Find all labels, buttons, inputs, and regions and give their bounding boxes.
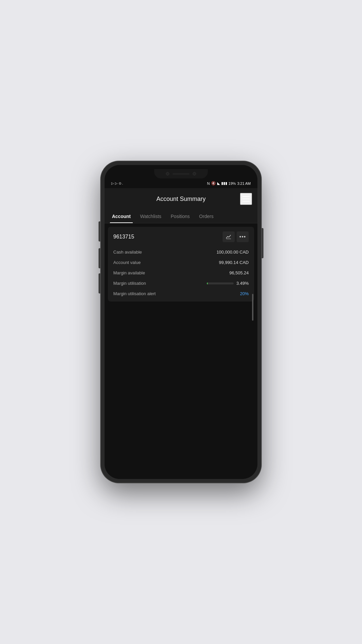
margin-utilisation-alert-value[interactable]: 20% <box>240 291 249 296</box>
more-options-icon: ••• <box>239 234 246 240</box>
tabs-bar: Account Watchlists Positions Orders <box>105 210 257 223</box>
nfc-icon: N <box>207 181 210 185</box>
tab-account[interactable]: Account <box>107 210 135 223</box>
face-sensor <box>193 172 196 175</box>
margin-utilisation-alert-label: Margin utilisation alert <box>113 291 156 296</box>
margin-utilisation-alert-row: Margin utilisation alert 20% <box>108 288 254 299</box>
phone-frame: ▷ ▷ ⊙ . N 🔇 ◣ ▮▮▮ 19% 3:21 AM Account Su… <box>101 161 261 483</box>
wifi-icon: ◣ <box>217 181 220 185</box>
page-title: Account Summary <box>122 196 240 203</box>
cash-available-row: Cash available 100,000.00 CAD <box>108 247 254 257</box>
margin-progress-fill <box>207 282 208 284</box>
signal-bars: ▮▮▮ <box>221 181 227 185</box>
margin-available-value: 96,505.24 <box>229 270 249 275</box>
status-right-icons: N 🔇 ◣ ▮▮▮ 19% 3:21 AM <box>207 181 251 185</box>
account-value-row: Account value 99,990.14 CAD <box>108 257 254 268</box>
status-left-icons: ▷ ▷ ⊙ . <box>111 181 123 185</box>
status-bar: ▷ ▷ ⊙ . N 🔇 ◣ ▮▮▮ 19% 3:21 AM <box>105 180 257 188</box>
tab-watchlists[interactable]: Watchlists <box>135 210 166 223</box>
mute-icon: 🔇 <box>211 181 216 185</box>
margin-utilisation-right: 3.49% <box>207 281 249 286</box>
hamburger-line-2 <box>242 199 250 199</box>
tab-positions[interactable]: Positions <box>166 210 194 223</box>
speaker <box>173 173 189 175</box>
account-rows: Cash available 100,000.00 CAD Account va… <box>108 247 254 302</box>
notch-area <box>105 165 257 180</box>
front-camera <box>166 172 169 175</box>
time-display: 3:21 AM <box>237 181 251 185</box>
margin-utilisation-label: Margin utilisation <box>113 281 146 286</box>
app-content: Account Summary Account Watchlists Posit… <box>105 188 257 479</box>
account-number: 9613715 <box>113 234 134 240</box>
account-value-label: Account value <box>113 260 141 265</box>
margin-available-row: Margin available 96,505.24 <box>108 268 254 278</box>
battery-level: 19% <box>229 181 236 185</box>
hamburger-menu-button[interactable] <box>240 193 252 205</box>
cash-available-value: 100,000.00 CAD <box>217 250 249 255</box>
hamburger-line-3 <box>242 201 250 202</box>
chart-button[interactable] <box>223 231 235 242</box>
app-header: Account Summary <box>105 188 257 210</box>
account-actions: ••• <box>223 231 249 242</box>
more-options-button[interactable]: ••• <box>237 231 249 242</box>
tab-orders[interactable]: Orders <box>194 210 218 223</box>
account-card-header: 9613715 ••• <box>108 227 254 247</box>
margin-available-label: Margin available <box>113 270 145 275</box>
account-value-value: 99,990.14 CAD <box>219 260 249 265</box>
cash-available-label: Cash available <box>113 250 142 255</box>
notch <box>154 169 208 178</box>
margin-utilisation-row: Margin utilisation 3.49% <box>108 278 254 288</box>
hamburger-line-1 <box>242 196 250 197</box>
margin-progress-bar <box>207 282 234 284</box>
account-card: 9613715 ••• <box>108 227 254 302</box>
margin-utilisation-value: 3.49% <box>236 281 249 286</box>
phone-screen: ▷ ▷ ⊙ . N 🔇 ◣ ▮▮▮ 19% 3:21 AM Account Su… <box>105 165 257 479</box>
notification-icons: ▷ ▷ ⊙ . <box>111 181 123 185</box>
chart-icon <box>226 234 231 239</box>
scroll-indicator <box>252 294 253 321</box>
